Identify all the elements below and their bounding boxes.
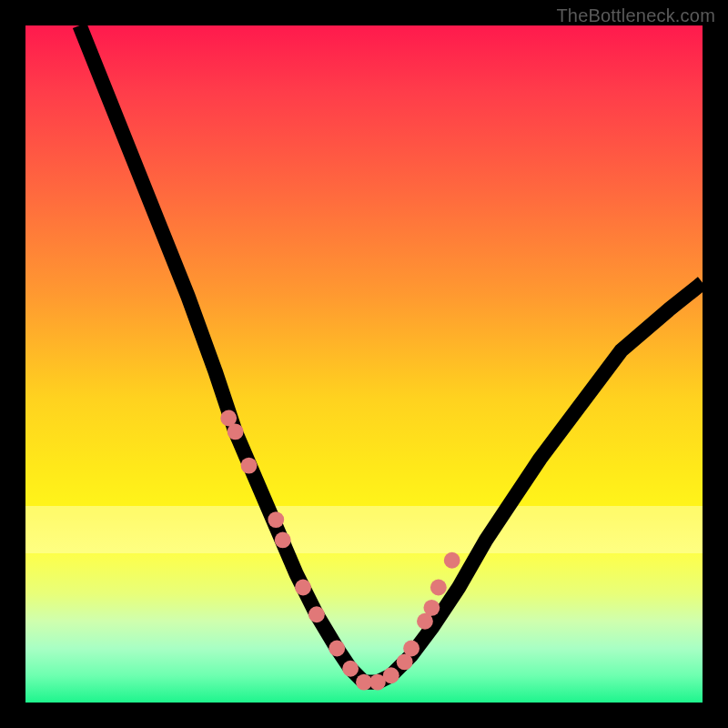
marker-dot: [423, 600, 440, 616]
highlight-band: [25, 506, 703, 553]
chart-frame: TheBottleneck.com: [0, 0, 728, 728]
marker-dot: [369, 674, 386, 691]
marker-dot: [430, 580, 447, 596]
marker-dot: [403, 641, 420, 657]
marker-dot: [329, 641, 345, 657]
marker-dot: [228, 423, 244, 440]
marker-dot: [444, 552, 460, 569]
marker-dot: [275, 532, 291, 549]
dot-layer: [220, 410, 460, 691]
marker-dot: [268, 511, 284, 528]
plot-area: [25, 25, 703, 703]
marker-dot: [397, 653, 413, 670]
marker-dot: [295, 580, 311, 596]
curve-layer: [25, 25, 703, 703]
marker-dot: [383, 667, 399, 683]
bottleneck-curve: [80, 25, 703, 682]
watermark-text: TheBottleneck.com: [556, 5, 715, 26]
marker-dot: [220, 410, 237, 427]
marker-dot: [342, 661, 359, 677]
marker-dot: [417, 613, 433, 630]
marker-dot: [308, 606, 325, 622]
marker-dot: [241, 458, 258, 474]
marker-dot: [356, 674, 372, 691]
